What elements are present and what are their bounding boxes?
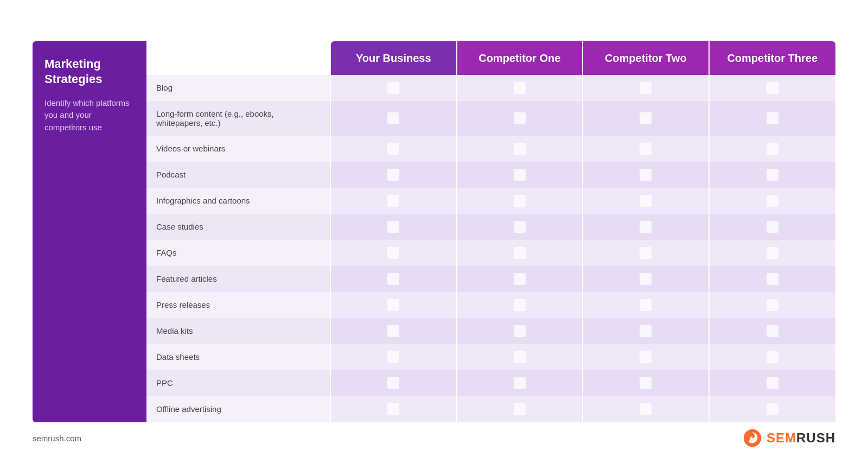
checkbox-cell[interactable] (710, 266, 836, 292)
checkbox-square[interactable] (387, 273, 399, 285)
checkbox-cell[interactable] (710, 136, 836, 162)
checkbox-cell[interactable] (331, 240, 457, 266)
checkbox-square[interactable] (767, 299, 778, 311)
checkbox-cell[interactable] (457, 240, 584, 266)
checkbox-square[interactable] (640, 377, 652, 389)
checkbox-square[interactable] (640, 247, 652, 259)
checkbox-square[interactable] (640, 195, 652, 207)
checkbox-cell[interactable] (457, 214, 584, 240)
checkbox-cell[interactable] (457, 266, 584, 292)
checkbox-square[interactable] (387, 169, 399, 181)
checkbox-square[interactable] (514, 82, 526, 94)
checkbox-cell[interactable] (331, 136, 457, 162)
checkbox-cell[interactable] (710, 318, 836, 344)
checkbox-square[interactable] (640, 112, 652, 124)
checkbox-square[interactable] (767, 82, 778, 94)
checkbox-square[interactable] (387, 143, 399, 155)
checkbox-square[interactable] (640, 351, 652, 363)
checkbox-cell[interactable] (331, 292, 457, 318)
checkbox-cell[interactable] (457, 136, 584, 162)
checkbox-square[interactable] (387, 325, 399, 337)
checkbox-cell[interactable] (331, 101, 457, 136)
checkbox-cell[interactable] (583, 344, 710, 370)
checkbox-square[interactable] (640, 82, 652, 94)
checkbox-cell[interactable] (457, 370, 584, 396)
checkbox-cell[interactable] (331, 266, 457, 292)
checkbox-square[interactable] (640, 221, 652, 233)
checkbox-cell[interactable] (710, 188, 836, 214)
checkbox-square[interactable] (387, 403, 399, 415)
checkbox-square[interactable] (387, 195, 399, 207)
checkbox-cell[interactable] (583, 240, 710, 266)
checkbox-cell[interactable] (583, 188, 710, 214)
checkbox-square[interactable] (640, 403, 652, 415)
checkbox-square[interactable] (767, 247, 778, 259)
checkbox-square[interactable] (640, 143, 652, 155)
checkbox-cell[interactable] (331, 214, 457, 240)
checkbox-square[interactable] (514, 403, 526, 415)
checkbox-square[interactable] (767, 169, 778, 181)
checkbox-cell[interactable] (583, 136, 710, 162)
checkbox-square[interactable] (640, 273, 652, 285)
checkbox-cell[interactable] (583, 266, 710, 292)
checkbox-cell[interactable] (583, 162, 710, 188)
checkbox-square[interactable] (767, 273, 778, 285)
checkbox-cell[interactable] (710, 292, 836, 318)
checkbox-cell[interactable] (583, 370, 710, 396)
checkbox-cell[interactable] (331, 344, 457, 370)
checkbox-square[interactable] (514, 273, 526, 285)
checkbox-square[interactable] (514, 325, 526, 337)
checkbox-cell[interactable] (583, 101, 710, 136)
checkbox-square[interactable] (387, 299, 399, 311)
checkbox-square[interactable] (514, 221, 526, 233)
checkbox-square[interactable] (514, 112, 526, 124)
checkbox-cell[interactable] (331, 370, 457, 396)
checkbox-square[interactable] (640, 299, 652, 311)
checkbox-square[interactable] (514, 377, 526, 389)
checkbox-square[interactable] (767, 195, 778, 207)
checkbox-cell[interactable] (457, 75, 584, 101)
checkbox-square[interactable] (387, 221, 399, 233)
checkbox-square[interactable] (767, 351, 778, 363)
checkbox-square[interactable] (767, 221, 778, 233)
checkbox-square[interactable] (514, 169, 526, 181)
checkbox-cell[interactable] (710, 162, 836, 188)
checkbox-square[interactable] (387, 82, 399, 94)
checkbox-square[interactable] (767, 112, 778, 124)
checkbox-square[interactable] (767, 325, 778, 337)
checkbox-cell[interactable] (583, 292, 710, 318)
checkbox-cell[interactable] (710, 396, 836, 422)
checkbox-square[interactable] (514, 247, 526, 259)
checkbox-square[interactable] (767, 377, 778, 389)
checkbox-cell[interactable] (457, 318, 584, 344)
checkbox-cell[interactable] (457, 101, 584, 136)
checkbox-cell[interactable] (583, 396, 710, 422)
checkbox-cell[interactable] (457, 188, 584, 214)
checkbox-cell[interactable] (331, 396, 457, 422)
checkbox-square[interactable] (514, 299, 526, 311)
checkbox-cell[interactable] (457, 162, 584, 188)
checkbox-cell[interactable] (331, 188, 457, 214)
checkbox-cell[interactable] (710, 240, 836, 266)
checkbox-cell[interactable] (457, 344, 584, 370)
checkbox-cell[interactable] (583, 75, 710, 101)
checkbox-square[interactable] (387, 377, 399, 389)
checkbox-cell[interactable] (710, 344, 836, 370)
checkbox-cell[interactable] (331, 75, 457, 101)
checkbox-square[interactable] (387, 351, 399, 363)
checkbox-square[interactable] (514, 195, 526, 207)
checkbox-square[interactable] (387, 247, 399, 259)
checkbox-cell[interactable] (710, 75, 836, 101)
checkbox-cell[interactable] (331, 318, 457, 344)
checkbox-cell[interactable] (710, 370, 836, 396)
checkbox-cell[interactable] (710, 101, 836, 136)
checkbox-cell[interactable] (457, 292, 584, 318)
checkbox-square[interactable] (767, 403, 778, 415)
checkbox-square[interactable] (640, 169, 652, 181)
checkbox-cell[interactable] (710, 214, 836, 240)
checkbox-square[interactable] (514, 351, 526, 363)
checkbox-cell[interactable] (583, 214, 710, 240)
checkbox-square[interactable] (767, 143, 778, 155)
checkbox-cell[interactable] (457, 396, 584, 422)
checkbox-square[interactable] (387, 112, 399, 124)
